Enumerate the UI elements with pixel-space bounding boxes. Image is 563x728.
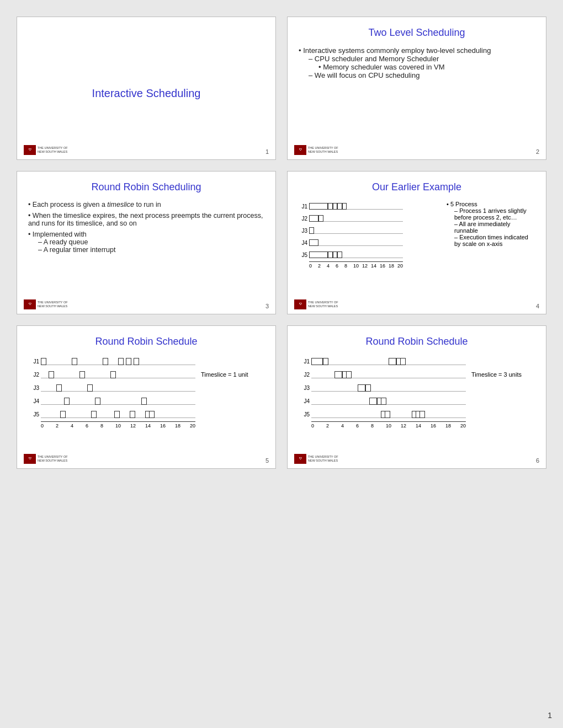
chart-row: J4 — [299, 237, 441, 248]
x-label: 4 — [341, 423, 356, 429]
timeline-bar — [342, 203, 347, 210]
x-label: 20 — [460, 423, 466, 429]
slide-4-note-sub-1: Process 1 arrives slightly before proces… — [454, 207, 535, 221]
timeline-bar — [337, 251, 342, 258]
slide-4-footer: 🛡 THE UNIVERSITY OF NEW SOUTH WALES — [294, 299, 338, 309]
timeline-bar — [87, 384, 93, 392]
timeline-bar — [141, 398, 147, 405]
timeline-bar — [328, 203, 333, 210]
timeline-bar — [103, 358, 108, 365]
unsw-logo-icon-3: 🛡 — [29, 303, 31, 306]
slide-2-bullet-1: Interactive systems commonly employ two-… — [299, 46, 535, 79]
timeline-bar — [110, 371, 116, 378]
chart-row: J2Timeslice = 3 units — [299, 368, 535, 381]
slide-1-footer: 🛡 THE UNIVERSITY OF NEW SOUTH WALES — [24, 145, 68, 155]
x-label: 0 — [41, 423, 56, 429]
x-label: 8 — [100, 423, 115, 429]
timeline-bar — [419, 411, 425, 418]
row-label: J3 — [299, 385, 310, 391]
timeline-bar — [358, 384, 365, 392]
timeline-bar — [41, 358, 46, 365]
unsw-logo-6: 🛡 THE UNIVERSITY OF NEW SOUTH WALES — [294, 454, 338, 464]
row-label: J5 — [299, 411, 310, 417]
row-track — [41, 384, 195, 392]
row-track — [309, 203, 403, 210]
row-track — [309, 239, 403, 246]
timeslice-label: Timeslice = 3 units — [471, 371, 522, 378]
slide-1-title: Interactive Scheduling — [92, 87, 201, 100]
unsw-logo-4: 🛡 THE UNIVERSITY OF NEW SOUTH WALES — [294, 299, 338, 309]
slide-2-content: Interactive systems commonly employ two-… — [299, 46, 535, 79]
row-track — [41, 358, 195, 365]
unsw-logo-2: 🛡 THE UNIVERSITY OF NEW SOUTH WALES — [294, 145, 338, 155]
unsw-logo-box-5: 🛡 — [24, 454, 36, 464]
timeline-bar — [91, 411, 97, 418]
row-label: J3 — [299, 228, 307, 234]
timeline-bar — [385, 411, 390, 418]
timeline-bar — [323, 358, 328, 365]
timeline-bar — [130, 411, 135, 418]
slide-4-chart: J1J2J3J4J502468101214161820 — [299, 201, 441, 269]
unsw-logo-box-3: 🛡 — [24, 299, 36, 309]
slide-4-note-1: 5 Process Process 1 arrives slightly bef… — [447, 201, 535, 247]
timeline-bar — [311, 358, 323, 365]
slide-4: Our Earlier Example J1J2J3J4J50246810121… — [287, 171, 546, 314]
row-track — [41, 371, 195, 378]
slide-2-sub-1: CPU scheduler and Memory Scheduler Memor… — [309, 55, 535, 71]
x-label: 14 — [371, 263, 380, 269]
x-label: 6 — [336, 263, 344, 269]
timeline-bar — [337, 203, 342, 210]
chart-row: J4 — [28, 395, 264, 407]
row-track — [309, 215, 403, 222]
chart-row: J4 — [299, 395, 535, 407]
slide-3-bullet-3: Implemented with A ready queue A regular… — [28, 231, 264, 254]
timeline-bar — [389, 358, 396, 365]
slide-5-chart: J1J2Timeslice = 1 unitJ3J4J5024681012141… — [28, 355, 264, 429]
slide-6-footer: 🛡 THE UNIVERSITY OF NEW SOUTH WALES — [294, 454, 338, 464]
x-label: 0 — [309, 263, 318, 269]
slide-6-chart: J1J2Timeslice = 3 unitsJ3J4J502468101214… — [299, 355, 535, 429]
timeline-bar — [365, 384, 371, 392]
slide-2: Two Level Scheduling Interactive systems… — [287, 17, 546, 160]
slide-2-sub-sub-1: Memory scheduler was covered in VM — [318, 63, 535, 71]
slide-2-footer: 🛡 THE UNIVERSITY OF NEW SOUTH WALES — [294, 145, 338, 155]
slide-6-number: 6 — [536, 457, 539, 464]
timeline-bar — [334, 371, 342, 378]
x-label: 8 — [344, 263, 353, 269]
slide-5-title: Round Robin Schedule — [28, 336, 264, 347]
x-label: 16 — [380, 263, 389, 269]
row-track — [41, 398, 195, 405]
timeline-bar — [56, 384, 62, 392]
page-number: 1 — [548, 711, 552, 720]
timeline-bar — [79, 371, 85, 378]
row-label: J2 — [28, 372, 39, 378]
chart-row: J3 — [28, 382, 264, 394]
row-track — [311, 358, 466, 365]
slide-4-notes: 5 Process Process 1 arrives slightly bef… — [447, 201, 535, 269]
timeline-bar — [49, 371, 54, 378]
row-track — [309, 227, 403, 234]
unsw-logo-5: 🛡 THE UNIVERSITY OF NEW SOUTH WALES — [24, 454, 68, 464]
x-label: 20 — [190, 423, 195, 429]
row-track — [41, 411, 195, 418]
row-track — [309, 251, 403, 258]
row-label: J5 — [28, 411, 39, 417]
timeline-bar — [309, 215, 318, 222]
x-label: 16 — [431, 423, 445, 429]
slide-3-content: Each process is given a timeslice to run… — [28, 201, 264, 254]
unsw-logo-icon-2: 🛡 — [299, 148, 302, 152]
slide-5: Round Robin Schedule J1J2Timeslice = 1 u… — [17, 325, 276, 469]
row-label: J4 — [299, 398, 310, 404]
unsw-label-3: THE UNIVERSITY OF NEW SOUTH WALES — [38, 301, 68, 308]
x-label: 16 — [160, 423, 175, 429]
slide-1-number: 1 — [265, 148, 269, 155]
row-track — [311, 411, 466, 418]
x-label: 18 — [175, 423, 190, 429]
x-label: 12 — [130, 423, 145, 429]
chart-row: J3 — [299, 382, 535, 394]
slide-5-footer: 🛡 THE UNIVERSITY OF NEW SOUTH WALES — [24, 454, 68, 464]
x-label: 8 — [371, 423, 386, 429]
timeline-bar — [318, 215, 323, 222]
row-label: J3 — [28, 385, 39, 391]
row-track — [311, 371, 466, 378]
